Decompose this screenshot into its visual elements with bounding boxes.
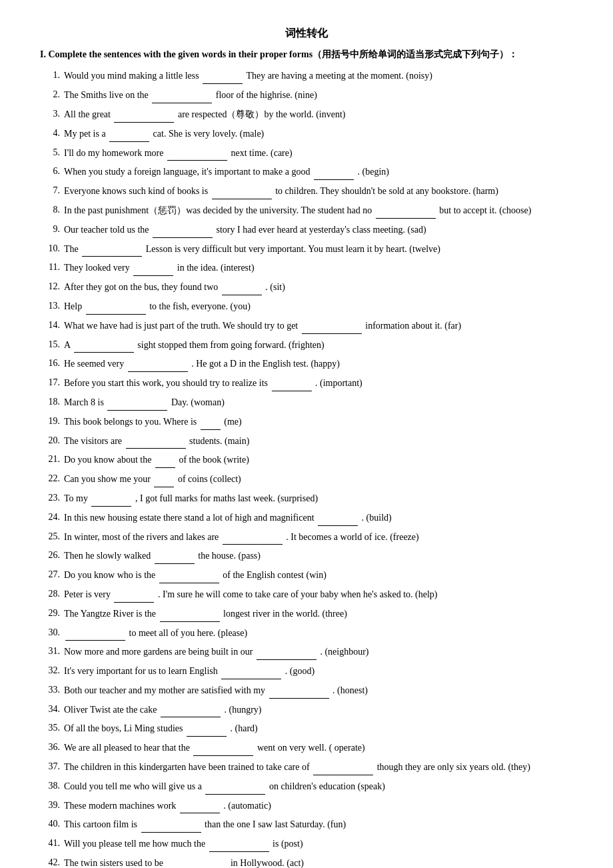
answer-blank[interactable] <box>109 125 149 142</box>
sentence-text: These modern machines work . (automatic) <box>64 797 573 814</box>
sentence-number: 19. <box>40 413 60 429</box>
answer-blank[interactable] <box>205 778 265 795</box>
sentence-number: 30. <box>40 625 60 641</box>
sentence-number: 41. <box>40 835 60 851</box>
answer-blank[interactable] <box>313 759 373 775</box>
sentence-number: 3. <box>40 106 60 122</box>
hint: (good) <box>290 666 314 676</box>
sentence-number: 42. <box>40 855 60 868</box>
list-item: 8.In the past punishment（惩罚）was decided … <box>40 202 573 219</box>
answer-blank[interactable] <box>152 87 212 103</box>
hint: (frighten) <box>289 340 324 350</box>
list-item: 6.When you study a foreign language, it'… <box>40 163 573 180</box>
answer-blank[interactable] <box>74 337 134 353</box>
hint: (honest) <box>337 685 368 695</box>
answer-blank[interactable] <box>209 835 269 852</box>
sentence-text: The visitors are students. (main) <box>64 433 573 449</box>
answer-blank[interactable] <box>222 279 262 295</box>
hint: (sad) <box>408 225 426 235</box>
answer-blank[interactable] <box>376 202 436 219</box>
list-item: 14.What we have had is just part of the … <box>40 317 573 334</box>
answer-blank[interactable] <box>155 547 195 564</box>
hint: (build) <box>366 513 392 523</box>
hint: (invent) <box>316 109 345 119</box>
answer-blank[interactable] <box>161 701 221 718</box>
answer-blank[interactable] <box>257 643 316 660</box>
answer-blank[interactable] <box>65 625 125 641</box>
hint: (automatic) <box>228 801 271 811</box>
sentence-text: What we have had is just part of the tru… <box>64 317 573 334</box>
sentence-text: Everyone knows such kind of books is to … <box>64 183 573 199</box>
answer-blank[interactable] <box>167 855 227 868</box>
sentence-text: Would you mind making a little less They… <box>64 67 573 84</box>
answer-blank[interactable] <box>114 586 154 603</box>
answer-blank[interactable] <box>201 413 221 430</box>
answer-blank[interactable] <box>180 797 220 814</box>
list-item: 21.Do you know about the of the book (wr… <box>40 451 573 468</box>
answer-blank[interactable] <box>221 663 281 679</box>
answer-blank[interactable] <box>82 241 142 257</box>
hint: (happy) <box>310 359 340 369</box>
answer-blank[interactable] <box>269 682 329 699</box>
answer-blank[interactable] <box>160 605 220 622</box>
sentence-number: 11. <box>40 259 60 275</box>
hint: (surprised) <box>277 493 318 503</box>
list-item: 4.My pet is a cat. She is very lovely. (… <box>40 125 573 142</box>
hint: (three) <box>322 609 347 619</box>
list-item: 35.Of all the boys, Li Ming studies . (h… <box>40 720 573 737</box>
answer-blank[interactable] <box>126 433 186 449</box>
answer-blank[interactable] <box>203 67 243 84</box>
sentence-text: My pet is a cat. She is very lovely. (ma… <box>64 125 573 142</box>
hint: (speak) <box>358 781 385 791</box>
sentence-number: 39. <box>40 797 60 813</box>
sentence-number: 40. <box>40 816 60 832</box>
sentence-number: 34. <box>40 701 60 717</box>
answer-blank[interactable] <box>272 375 312 391</box>
answer-blank[interactable] <box>114 106 174 123</box>
answer-blank[interactable] <box>155 451 175 468</box>
sentence-text: In winter, most of the rivers and lakes … <box>64 529 573 545</box>
answer-blank[interactable] <box>86 298 146 315</box>
list-item: 22.Can you show me your of coins (collec… <box>40 471 573 487</box>
hint: (collect) <box>210 474 241 484</box>
sentence-text: We are all pleased to hear that the went… <box>64 739 573 756</box>
answer-blank[interactable] <box>223 529 283 545</box>
sentence-number: 14. <box>40 317 60 333</box>
sentence-text: March 8 is Day. (woman) <box>64 394 573 411</box>
sentence-number: 9. <box>40 221 60 237</box>
sentence-text: Do you know about the of the book (write… <box>64 451 573 468</box>
sentence-number: 17. <box>40 375 60 391</box>
answer-blank[interactable] <box>159 567 219 583</box>
sentence-text: In the past punishment（惩罚）was decided by… <box>64 202 573 219</box>
answer-blank[interactable] <box>193 739 253 756</box>
answer-blank[interactable] <box>91 490 131 507</box>
sentence-text: Will you please tell me how much the is … <box>64 835 573 852</box>
list-item: 17.Before you start this work, you shoul… <box>40 375 573 391</box>
answer-blank[interactable] <box>318 509 358 526</box>
hint: (male) <box>240 129 265 139</box>
sentence-text: Peter is very . I'm sure he will come to… <box>64 586 573 603</box>
answer-blank[interactable] <box>107 394 167 411</box>
sentence-text: All the great are respected（尊敬）by the wo… <box>64 106 573 123</box>
sentence-number: 15. <box>40 337 60 353</box>
answer-blank[interactable] <box>314 163 354 180</box>
hint: (nine) <box>295 90 316 100</box>
answer-blank[interactable] <box>141 816 201 833</box>
answer-blank[interactable] <box>133 259 173 276</box>
hint: (write) <box>224 455 249 465</box>
answer-blank[interactable] <box>212 183 272 199</box>
list-item: 15.A sight stopped them from going forwa… <box>40 337 573 353</box>
answer-blank[interactable] <box>154 471 174 487</box>
sentence-number: 16. <box>40 355 60 371</box>
list-item: 23.To my , I got full marks for maths la… <box>40 490 573 507</box>
answer-blank[interactable] <box>128 355 188 372</box>
answer-blank[interactable] <box>167 145 227 161</box>
sentence-text: The Smiths live on the floor of the high… <box>64 87 573 103</box>
sentence-text: When you study a foreign language, it's … <box>64 163 573 180</box>
sentence-number: 23. <box>40 490 60 506</box>
answer-blank[interactable] <box>187 720 227 737</box>
list-item: 5.I'll do my homework more next time. (c… <box>40 145 573 161</box>
answer-blank[interactable] <box>153 221 213 238</box>
answer-blank[interactable] <box>302 317 362 334</box>
list-item: 30. to meet all of you here. (please) <box>40 625 573 641</box>
